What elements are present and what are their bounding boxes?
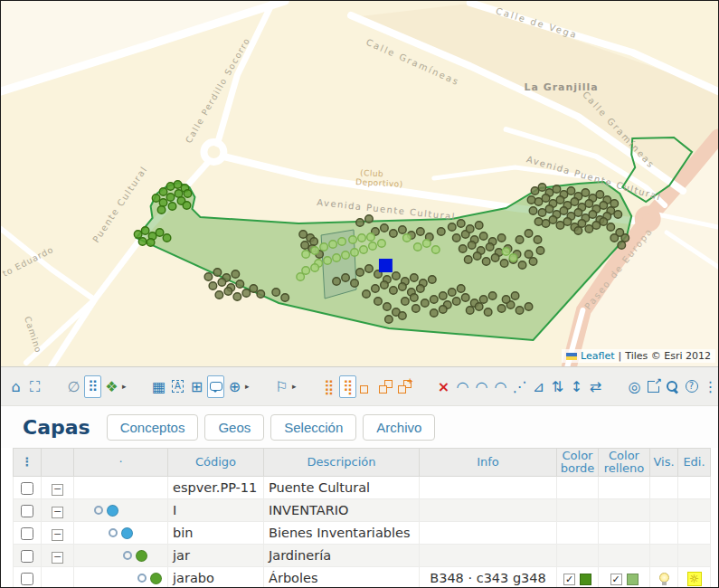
- tree-point-dark[interactable]: [399, 226, 407, 234]
- snap-merge-icon[interactable]: ⇄: [587, 375, 604, 398]
- tree-point-dark[interactable]: [473, 252, 481, 261]
- layer-ring-icon[interactable]: [123, 551, 132, 560]
- tree-point-dark[interactable]: [399, 312, 407, 320]
- basemap-globe-icon[interactable]: ⊕: [226, 375, 243, 398]
- descripcion-cell[interactable]: Jardinería: [264, 545, 420, 567]
- tree-point-light[interactable]: [342, 251, 350, 260]
- tree-point-dark[interactable]: [464, 256, 472, 264]
- tree-point-light[interactable]: [324, 257, 332, 265]
- tree-point-green[interactable]: [184, 190, 192, 198]
- tree-point-dark[interactable]: [402, 298, 410, 306]
- tree-point-dark[interactable]: [516, 307, 524, 315]
- tree-point-dark[interactable]: [574, 209, 582, 217]
- tree-point-light[interactable]: [403, 234, 412, 242]
- codigo-cell[interactable]: I: [168, 499, 264, 522]
- map-svg[interactable]: Calle GramíneasCalle de VegaLa Granjilla…: [1, 1, 718, 366]
- measure-line-icon[interactable]: ⋰: [511, 375, 528, 398]
- fill-color-cell-swatch[interactable]: [627, 574, 639, 585]
- tree-point-dark[interactable]: [525, 251, 533, 259]
- tree-point-green[interactable]: [141, 227, 149, 235]
- tree-point-dark[interactable]: [596, 191, 604, 199]
- copy-feature-icon[interactable]: [358, 375, 375, 398]
- tree-point-dark[interactable]: [525, 303, 533, 311]
- tree-point-dark[interactable]: [250, 285, 258, 293]
- layer-ring-icon[interactable]: [137, 574, 147, 583]
- tree-point-light[interactable]: [367, 233, 375, 242]
- tree-point-dark[interactable]: [535, 218, 543, 226]
- tab-archivo[interactable]: Archivo: [363, 414, 435, 441]
- tree-point-green[interactable]: [163, 234, 171, 242]
- tree-point-dark[interactable]: [218, 279, 226, 287]
- layers-icon-caret[interactable]: ▸: [122, 382, 129, 391]
- bookmark-icon-caret[interactable]: ▸: [292, 382, 299, 391]
- tree-point-dark[interactable]: [213, 269, 222, 277]
- tree-point-green[interactable]: [183, 202, 191, 210]
- select-label-icon[interactable]: A: [169, 375, 186, 398]
- tree-point-dark[interactable]: [236, 280, 244, 289]
- tab-seleccion[interactable]: Selección: [270, 414, 356, 441]
- leaflet-link[interactable]: Leaflet: [581, 350, 614, 362]
- arc-end-icon[interactable]: ◠: [492, 375, 509, 398]
- tree-point-dark[interactable]: [448, 223, 456, 232]
- tree-point-dark[interactable]: [502, 296, 510, 304]
- codigo-cell[interactable]: espver.PP-11: [168, 477, 264, 499]
- tree-point-dark[interactable]: [542, 220, 550, 228]
- help-icon[interactable]: ?: [683, 375, 700, 398]
- selected-feature-marker[interactable]: [379, 259, 393, 272]
- arc-start-icon[interactable]: ◠: [454, 375, 471, 398]
- tree-point-dark[interactable]: [381, 224, 389, 232]
- tree-point-dark[interactable]: [479, 232, 487, 241]
- tree-point-dark[interactable]: [439, 292, 447, 300]
- tree-point-dark[interactable]: [589, 211, 597, 219]
- locate-icon[interactable]: ◎: [626, 375, 643, 398]
- border-color-cell-checkbox[interactable]: ✓: [563, 574, 575, 585]
- tree-point-dark[interactable]: [421, 299, 430, 308]
- tree-point-dark[interactable]: [383, 303, 392, 311]
- tree-point-dark[interactable]: [529, 207, 537, 215]
- tree-point-light[interactable]: [302, 251, 310, 259]
- tree-point-light[interactable]: [360, 246, 368, 254]
- layer-dot-icon[interactable]: [107, 505, 118, 517]
- collapse-icon[interactable]: ⇅: [549, 375, 566, 398]
- tree-point-green[interactable]: [166, 194, 175, 202]
- tree-point-dark[interactable]: [374, 298, 383, 306]
- tree-point-dark[interactable]: [511, 292, 519, 300]
- tree-point-dark[interactable]: [475, 222, 483, 230]
- tree-point-light[interactable]: [351, 249, 359, 257]
- tree-point-light[interactable]: [423, 240, 431, 248]
- tree-point-dark[interactable]: [556, 222, 564, 230]
- tree-point-green[interactable]: [138, 238, 147, 246]
- tree-point-dark[interactable]: [497, 305, 506, 313]
- tree-point-light[interactable]: [311, 247, 319, 255]
- tree-point-dark[interactable]: [560, 207, 568, 215]
- tree-point-light[interactable]: [349, 236, 357, 244]
- tree-point-dark[interactable]: [233, 293, 241, 301]
- hide-features-icon[interactable]: ∅: [65, 375, 82, 398]
- tree-point-dark[interactable]: [242, 289, 251, 298]
- external-link-icon[interactable]: ↗: [645, 375, 662, 398]
- tree-point-dark[interactable]: [390, 230, 398, 238]
- tree-point-dark[interactable]: [527, 196, 535, 204]
- tree-point-light[interactable]: [338, 238, 346, 246]
- arc-mid-icon[interactable]: ◠: [473, 375, 490, 398]
- tree-point-dark[interactable]: [457, 285, 465, 293]
- tree-point-dark[interactable]: [381, 281, 389, 289]
- collapse-expander-icon[interactable]: −: [52, 552, 63, 564]
- tree-point-dark[interactable]: [356, 269, 364, 277]
- layers-icon[interactable]: ❖: [103, 375, 120, 398]
- tree-point-light[interactable]: [311, 264, 319, 272]
- tree-point-light[interactable]: [414, 243, 422, 251]
- codigo-cell[interactable]: jar: [168, 545, 264, 567]
- tree-point-light[interactable]: [431, 246, 440, 254]
- tree-point-green[interactable]: [134, 231, 142, 239]
- row-checkbox[interactable]: [21, 482, 33, 495]
- tree-point-dark[interactable]: [563, 218, 572, 226]
- tree-point-dark[interactable]: [610, 200, 619, 208]
- tree-point-dark[interactable]: [518, 261, 526, 270]
- tree-point-dark[interactable]: [417, 228, 425, 236]
- tree-point-dark[interactable]: [281, 294, 289, 302]
- row-checkbox[interactable]: [21, 505, 33, 517]
- tree-point-dark[interactable]: [621, 234, 629, 242]
- tree-point-dark[interactable]: [585, 200, 593, 208]
- row-checkbox[interactable]: [21, 573, 33, 585]
